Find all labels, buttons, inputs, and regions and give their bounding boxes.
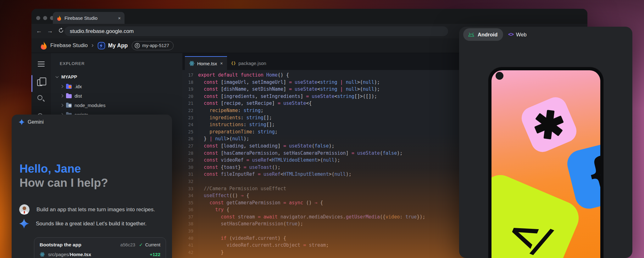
my-app-icon [97, 42, 105, 50]
folder-icon [66, 85, 72, 89]
project-name[interactable]: My App [108, 42, 128, 49]
android-icon [468, 32, 475, 37]
changed-file-row[interactable]: src/pages/Home.tsx +122 [40, 252, 160, 257]
asterisk-icon [530, 106, 568, 144]
folder-icon [66, 104, 72, 108]
greeting-line1: Hello, Jane [19, 162, 108, 176]
project-id: my-app-5127 [142, 43, 169, 48]
folder-icon [66, 94, 72, 98]
forward-icon[interactable]: → [47, 28, 53, 35]
reload-icon[interactable] [58, 28, 64, 35]
url-text: studio.firebase.google.com [70, 28, 134, 35]
explorer-title: EXPLORER [60, 61, 85, 66]
line-number: 38 [182, 220, 193, 228]
file-name: Home.tsx [70, 252, 91, 257]
user-message: Build an app that lets me turn images in… [19, 204, 155, 215]
platform-toggle: Android <> Web [463, 28, 527, 41]
chevron-down-icon [56, 75, 59, 78]
react-icon [189, 61, 195, 66]
editor-tab-package[interactable]: {} package.json [227, 56, 270, 70]
line-number: 41 [182, 242, 193, 249]
line-number: 34 [182, 192, 193, 199]
file-tree-root[interactable]: MYAPP [51, 72, 182, 82]
root-folder-label: MYAPP [61, 74, 77, 79]
line-number: 29 [182, 157, 193, 164]
gemini-message: Sounds like a great idea! Let's build it… [19, 219, 147, 228]
line-number: 21 [182, 100, 193, 107]
line-number: 25 [182, 128, 193, 136]
line-number: 18 [182, 79, 193, 86]
url-bar[interactable]: studio.firebase.google.com [64, 26, 448, 36]
gemini-star-icon [19, 219, 29, 228]
file-tree-items: .idxdistnode_modulesscripts [51, 82, 182, 119]
line-number: 42 [182, 249, 193, 256]
react-icon [40, 252, 45, 257]
firebase-favicon [57, 15, 62, 21]
browser-tab[interactable]: Firebase Studio × [53, 12, 125, 24]
line-number: 36 [182, 206, 193, 213]
folder-label: .idx [75, 84, 82, 89]
greeting-line2: How can I help? [19, 176, 108, 190]
android-label: Android [478, 32, 497, 38]
file-path: src/pages/Home.tsx [48, 252, 91, 257]
check-icon: ✓ [139, 242, 143, 248]
status-badge: Current [145, 242, 160, 247]
asterisk-tile [518, 94, 580, 156]
file-tree-item[interactable]: dist [51, 91, 182, 100]
browser-tab-title: Firebase Studio [64, 15, 97, 21]
menu-icon[interactable] [38, 62, 45, 62]
brace-tile: { [564, 139, 600, 212]
firebase-logo [40, 41, 47, 50]
avatar [19, 204, 30, 215]
brand-label[interactable]: Firebase Studio [50, 42, 88, 49]
code-tile: </ [491, 170, 584, 258]
tab-close-icon[interactable]: × [118, 15, 121, 21]
diff-count: +122 [150, 252, 160, 257]
breadcrumb: › [92, 41, 94, 49]
back-icon[interactable]: ← [36, 28, 42, 35]
json-icon: {} [231, 61, 236, 66]
android-toggle[interactable]: Android [463, 28, 503, 41]
gemini-greeting: Hello, Jane How can I help? [19, 162, 108, 190]
project-id-badge[interactable]: my-app-5127 [132, 41, 173, 50]
line-number: 40 [182, 235, 193, 242]
commit-hash: a56c23 [120, 242, 135, 247]
folder-label: node_modules [75, 103, 105, 108]
preview-panel: Android <> Web { </ [459, 27, 632, 258]
line-number: 27 [182, 142, 193, 150]
screenshot-stage: Firebase Studio × ← → studio.firebase.go… [0, 0, 644, 258]
bootstrap-card[interactable]: Bootstrap the app a56c23 ✓ Current src/p… [34, 237, 166, 258]
line-number: 19 [182, 86, 193, 93]
search-icon[interactable] [37, 95, 42, 100]
line-number: 37 [182, 213, 193, 221]
camera-punch-hole [496, 72, 503, 80]
explorer-icon[interactable] [37, 79, 42, 86]
file-tree: MYAPP .idxdistnode_modulesscripts [51, 72, 182, 119]
editor-tab-label: package.json [238, 61, 266, 66]
curly-brace-icon: { [580, 147, 600, 204]
line-number: 22 [182, 107, 193, 114]
bootstrap-card-header: Bootstrap the app a56c23 ✓ Current [40, 242, 160, 248]
editor-tab-home[interactable]: Home.tsx × [185, 56, 227, 70]
file-tree-item[interactable]: .idx [51, 82, 182, 91]
phone-screen[interactable]: { </ [491, 70, 600, 258]
web-label: Web [516, 32, 527, 38]
gemini-header: Gemini [19, 119, 44, 125]
window-control-dot[interactable] [43, 16, 47, 20]
line-number: 31 [182, 171, 193, 178]
chevron-right-icon [60, 85, 64, 88]
line-number: 39 [182, 228, 193, 235]
tab-close-icon[interactable]: × [220, 61, 223, 66]
line-number: 30 [182, 164, 193, 171]
line-number: 20 [182, 93, 193, 100]
web-toggle[interactable]: <> Web [508, 32, 526, 38]
folder-label: dist [75, 93, 82, 99]
droplet-icon [135, 43, 140, 48]
window-control-dot[interactable] [36, 16, 40, 20]
file-tree-item[interactable]: node_modules [51, 100, 182, 110]
gemini-panel: Gemini Hello, Jane How can I help? Build… [12, 115, 172, 258]
angle-bracket-icon: </ [491, 200, 554, 258]
gemini-label: Gemini [28, 119, 44, 125]
user-message-text: Build an app that lets me turn images in… [36, 207, 155, 213]
line-number: 35 [182, 199, 193, 207]
